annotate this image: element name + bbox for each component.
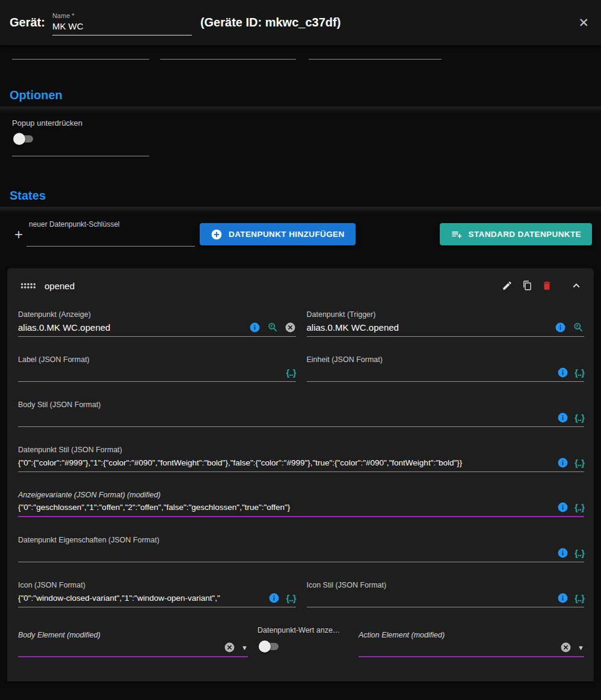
json-editor-icon[interactable]: {..} [286,367,295,378]
info-icon[interactable] [557,592,569,604]
states-toolbar: + neuer Datenpunkt-Schlüssel DATENPUNKT … [0,214,601,247]
info-icon[interactable] [249,322,260,333]
field-value[interactable]: {"0":{"color":"#999"},"1":{"color":"#090… [18,458,552,467]
info-icon[interactable] [557,547,569,559]
drag-handle-icon[interactable] [20,283,36,289]
field-label: Action Element (modified) [359,631,584,639]
section-divider [0,207,601,214]
field-label: Anzeigevariante (JSON Format) (modified) [18,491,584,499]
json-editor-icon[interactable]: {..} [575,502,584,512]
json-editor-icon[interactable]: {..} [575,548,584,558]
cutoff-field[interactable] [12,54,149,60]
field-body-element: Body Element (modified) ▼ [18,631,248,657]
add-datapoint-button[interactable]: DATENPUNKT HINZUFÜGEN [200,223,356,245]
popup-suppress-toggle[interactable] [13,133,35,145]
field-label: Datenpunkt-Wert anze… [257,626,348,634]
new-datapoint-key-label: neuer Datenpunkt-Schlüssel [26,220,195,229]
delete-icon[interactable] [541,280,552,291]
select-id-search-icon[interactable] [267,321,279,333]
info-icon[interactable] [268,592,280,604]
field-datenpunkt-eigenschaften: Datenpunkt Eigenschaften (JSON Format) {… [18,536,584,562]
section-title-optionen: Optionen [10,88,601,102]
field-label: Body Element (modified) [18,631,248,639]
field-anzeigevariante: Anzeigevariante (JSON Format) (modified)… [18,491,584,517]
json-editor-icon[interactable]: {..} [575,413,584,423]
field-label: Label (JSON Format) [18,355,296,364]
section-title-states: States [10,189,601,203]
field-datenpunkt-stil: Datenpunkt Stil (JSON Format) {"0":{"col… [18,446,584,472]
name-field-value[interactable]: MK WC [52,19,192,35]
edit-icon[interactable] [502,280,513,291]
popup-suppress-field: Popup unterdrücken [12,118,149,156]
cutoff-field[interactable] [309,54,442,60]
json-editor-icon[interactable]: {..} [575,593,584,603]
state-card-title: opened [45,281,75,291]
field-label: Icon Stil (JSON Format) [307,581,585,589]
json-editor-icon[interactable]: {..} [575,458,584,468]
add-datapoint-button-label: DATENPUNKT HINZUFÜGEN [229,230,345,239]
field-einheit-json: Einheit (JSON Format) {..} [307,355,585,382]
info-icon[interactable] [557,367,569,378]
toggle-knob [259,640,271,652]
collapse-chevron-up-icon[interactable] [570,279,583,292]
standard-datapoints-button[interactable]: STANDARD DATENPUNKTE [440,223,593,245]
field-value[interactable]: {"0":"geschlossen","1":"offen","2":"offe… [18,503,552,512]
field-datenpunkt-anzeige: Datenpunkt (Anzeige) alias.0.MK WC.opene… [18,310,296,337]
popup-suppress-label: Popup unterdrücken [12,118,149,127]
json-editor-icon[interactable]: {..} [575,367,584,378]
field-label-json: Label (JSON Format) {..} [18,355,296,382]
info-icon[interactable] [557,412,569,423]
device-name-field[interactable]: Name * MK WC [52,10,192,35]
device-label: Gerät: [10,16,45,29]
field-label: Datenpunkt Eigenschaften (JSON Format) [18,536,584,544]
field-icon-json: Icon (JSON Format) {"0":"window-closed-v… [18,581,296,607]
clear-icon[interactable] [285,322,296,333]
field-label: Datenpunkt (Trigger) [307,310,585,319]
field-value[interactable]: alias.0.MK WC.opened [18,322,244,333]
json-editor-icon[interactable]: {..} [286,593,295,603]
new-datapoint-key-input[interactable]: neuer Datenpunkt-Schlüssel [26,220,195,247]
field-label: Einheit (JSON Format) [307,355,585,364]
section-divider [0,106,601,114]
dropdown-arrow-icon[interactable]: ▼ [578,644,584,651]
standard-datapoints-button-label: STANDARD DATENPUNKTE [469,230,582,239]
field-datenpunkt-trigger: Datenpunkt (Trigger) alias.0.MK WC.opene… [307,310,585,337]
new-datapoint-key-value[interactable] [26,229,195,247]
plus-icon: + [14,227,23,242]
close-icon[interactable]: ✕ [576,14,591,31]
copy-icon[interactable] [522,280,532,291]
device-id-text: (Geräte ID: mkwc_c37df) [200,16,341,29]
field-body-stil: Body Stil (JSON Format) {..} [18,401,584,427]
playlist-plus-icon [451,229,463,241]
info-icon[interactable] [557,502,569,513]
dialog-header: Gerät: Name * MK WC (Geräte ID: mkwc_c37… [0,0,601,45]
field-value[interactable]: alias.0.MK WC.opened [307,322,550,333]
field-label: Icon (JSON Format) [18,581,296,589]
state-card-header: opened [7,268,594,295]
bottom-field-row: Body Element (modified) ▼ Datenpunkt-Wer… [18,626,584,657]
field-label: Datenpunkt (Anzeige) [18,310,296,319]
field-action-element: Action Element (modified) ▼ [359,631,584,657]
state-card-opened: opened Datenpunkt (Anzeige) [7,268,594,681]
cutoff-field[interactable] [160,54,296,60]
field-value[interactable]: {"0":"window-closed-variant","1":"window… [18,594,264,603]
field-label: Body Stil (JSON Format) [18,401,584,409]
field-label: Datenpunkt Stil (JSON Format) [18,446,584,454]
select-id-search-icon[interactable] [572,321,584,333]
name-field-label: Name * [52,12,192,19]
info-icon[interactable] [555,322,566,333]
cutoff-field-row [0,54,601,60]
clear-icon[interactable] [560,642,572,653]
clear-icon[interactable] [224,642,235,653]
dropdown-arrow-icon[interactable]: ▼ [241,644,248,651]
add-circle-icon [211,229,223,241]
toggle-knob [13,133,25,145]
datenpunkt-wert-toggle[interactable] [259,640,280,652]
info-icon[interactable] [557,457,569,468]
field-datenpunkt-wert-anzeigen: Datenpunkt-Wert anze… [257,626,349,657]
field-icon-stil: Icon Stil (JSON Format) {..} [307,581,585,607]
